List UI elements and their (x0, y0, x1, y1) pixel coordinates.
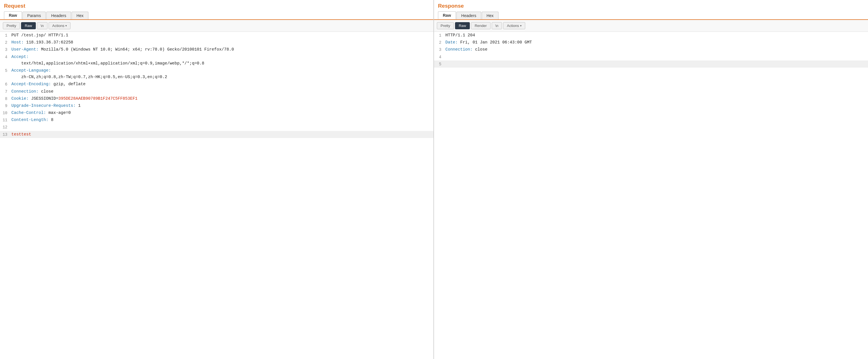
chevron-down-icon: ▾ (65, 24, 67, 27)
line-number: 12 (0, 124, 10, 131)
table-row: 3User-Agent: Mozilla/5.0 (Windows NT 10.… (0, 46, 433, 53)
actions-btn-response[interactable]: Actions ▾ (503, 22, 525, 29)
table-row: 2Date: Fri, 01 Jan 2021 06:43:00 GMT (434, 39, 868, 46)
line-number: 4 (434, 54, 444, 61)
line-content: HTTP/1.1 204 (444, 32, 868, 39)
table-row: 10Cache-Control: max-age=0 (0, 109, 433, 117)
line-content: Accept: text/html,application/xhtml+xml,… (10, 54, 433, 67)
line-content: PUT /test.jsp/ HTTP/1.1 (10, 32, 433, 39)
line-content: Accept-Encoding: gzip, deflate (10, 81, 433, 88)
table-row: 11Content-Length: 8 (0, 117, 433, 124)
request-header: Request Raw Params Headers Hex (0, 0, 433, 20)
line-content (10, 124, 433, 131)
line-number: 4 (0, 54, 10, 67)
newline-btn-response[interactable]: \n (492, 22, 502, 29)
table-row: 13testtest (0, 131, 433, 138)
raw-btn-request[interactable]: Raw (21, 22, 36, 29)
request-tabs: Raw Params Headers Hex (4, 11, 430, 19)
line-number: 3 (0, 46, 10, 53)
line-content: testtest (10, 131, 433, 138)
line-content: Accept-Language: zh-CN,zh;q=0.8,zh-TW;q=… (10, 67, 433, 81)
render-btn-response[interactable]: Render (471, 22, 491, 29)
newline-btn-request[interactable]: \n (37, 22, 48, 29)
table-row: 7Connection: close (0, 88, 433, 95)
line-content: Upgrade-Insecure-Requests: 1 (10, 102, 433, 109)
request-content[interactable]: 1PUT /test.jsp/ HTTP/1.12Host: 118.193.3… (0, 32, 433, 359)
request-panel: Request Raw Params Headers Hex Pretty Ra… (0, 0, 434, 359)
pretty-btn-request[interactable]: Pretty (3, 22, 20, 29)
table-row: 1HTTP/1.1 204 (434, 32, 868, 39)
line-number: 6 (0, 81, 10, 88)
line-number: 13 (0, 131, 10, 138)
tab-headers-request[interactable]: Headers (46, 12, 71, 19)
line-number: 3 (434, 46, 444, 53)
line-content: Connection: close (444, 46, 868, 53)
line-number: 5 (434, 61, 444, 68)
line-content: Connection: close (10, 88, 433, 95)
response-toolbar: Pretty Raw Render \n Actions ▾ (434, 20, 868, 32)
response-header: Response Raw Headers Hex (434, 0, 868, 20)
table-row: 4 (434, 54, 868, 61)
table-row: 3Connection: close (434, 46, 868, 53)
line-content (444, 61, 868, 68)
line-number: 1 (434, 32, 444, 39)
line-number: 9 (0, 102, 10, 109)
line-number: 8 (0, 95, 10, 102)
line-number: 2 (434, 39, 444, 46)
table-row: 4Accept: text/html,application/xhtml+xml… (0, 54, 433, 67)
line-content: Host: 118.193.36.37:62258 (10, 39, 433, 46)
table-row: 2Host: 118.193.36.37:62258 (0, 39, 433, 46)
raw-btn-response[interactable]: Raw (455, 22, 470, 29)
response-title: Response (438, 3, 864, 9)
line-content: Content-Length: 8 (10, 117, 433, 124)
tab-raw-request[interactable]: Raw (4, 11, 22, 19)
response-panel: Response Raw Headers Hex Pretty Raw Rend… (434, 0, 868, 359)
tab-hex-request[interactable]: Hex (72, 12, 88, 19)
tab-hex-response[interactable]: Hex (482, 12, 498, 19)
table-row: 1PUT /test.jsp/ HTTP/1.1 (0, 32, 433, 39)
tab-raw-response[interactable]: Raw (438, 11, 456, 19)
line-number: 7 (0, 88, 10, 95)
response-tabs: Raw Headers Hex (438, 11, 864, 19)
line-content: Date: Fri, 01 Jan 2021 06:43:00 GMT (444, 39, 868, 46)
line-content: Cache-Control: max-age=0 (10, 109, 433, 117)
request-toolbar: Pretty Raw \n Actions ▾ (0, 20, 433, 32)
table-row: 5 (434, 61, 868, 68)
pretty-btn-response[interactable]: Pretty (437, 22, 454, 29)
tab-params[interactable]: Params (23, 12, 46, 19)
tab-headers-response[interactable]: Headers (457, 12, 481, 19)
line-number: 2 (0, 39, 10, 46)
request-title: Request (4, 3, 430, 9)
table-row: 12 (0, 124, 433, 131)
line-number: 5 (0, 67, 10, 81)
request-lines: 1PUT /test.jsp/ HTTP/1.12Host: 118.193.3… (0, 32, 433, 138)
table-row: 5Accept-Language: zh-CN,zh;q=0.8,zh-TW;q… (0, 67, 433, 81)
line-number: 10 (0, 109, 10, 117)
line-content (444, 54, 868, 61)
response-lines: 1HTTP/1.1 2042Date: Fri, 01 Jan 2021 06:… (434, 32, 868, 68)
chevron-down-icon-response: ▾ (520, 24, 522, 27)
actions-btn-request[interactable]: Actions ▾ (49, 22, 71, 29)
line-content: Cookie: JSESSIONID=395DE28AAEB90789B1F24… (10, 95, 433, 102)
line-content: User-Agent: Mozilla/5.0 (Windows NT 10.0… (10, 46, 433, 53)
table-row: 8Cookie: JSESSIONID=395DE28AAEB90789B1F2… (0, 95, 433, 102)
line-number: 11 (0, 117, 10, 124)
table-row: 9Upgrade-Insecure-Requests: 1 (0, 102, 433, 109)
line-number: 1 (0, 32, 10, 39)
response-content[interactable]: 1HTTP/1.1 2042Date: Fri, 01 Jan 2021 06:… (434, 32, 868, 359)
table-row: 6Accept-Encoding: gzip, deflate (0, 81, 433, 88)
